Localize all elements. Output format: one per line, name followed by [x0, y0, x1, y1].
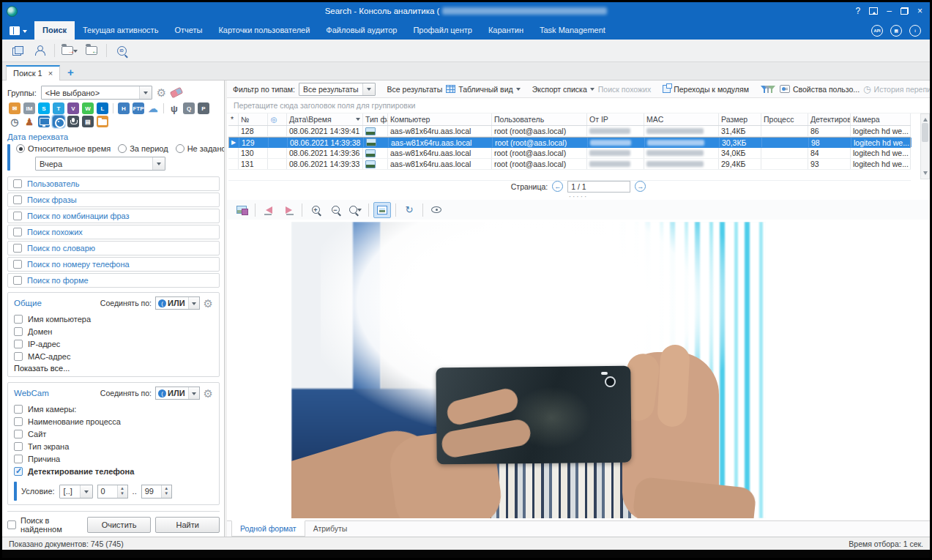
column-header-от-ip[interactable]: От IP [587, 113, 644, 125]
button-rotate-left-icon[interactable] [260, 202, 277, 218]
menu-tab-отчеты[interactable]: Отчеты [166, 21, 210, 40]
menu-tab-карточки-пользователей[interactable]: Карточки пользователей [210, 21, 318, 40]
chevron-down-icon[interactable] [80, 485, 92, 498]
info-icon[interactable]: i [909, 25, 921, 37]
close-tab-icon[interactable]: × [48, 69, 53, 78]
menu-tab-текущая-активность[interactable]: Текущая активность [75, 21, 166, 40]
checkbox-сайт[interactable] [14, 430, 23, 438]
clock-icon[interactable]: ◷ [9, 116, 20, 127]
stepper-arrows-icon[interactable]: ▲▼ [161, 485, 171, 498]
http-icon[interactable]: H [118, 102, 130, 114]
column-header-камера[interactable]: Камера [851, 113, 911, 125]
user-activity-icon[interactable]: ♟ [23, 116, 35, 127]
printer-icon[interactable]: P [198, 102, 209, 114]
preview-tab-родной-формат[interactable]: Родной формат [231, 520, 305, 537]
skype-icon[interactable]: S [38, 102, 50, 114]
monitor-icon[interactable] [38, 116, 50, 127]
prev-page-button[interactable]: ← [552, 181, 563, 192]
filter-box-поиск-по-форме[interactable]: Поиск по форме [7, 273, 220, 288]
column-header-tag[interactable]: ◎ [268, 113, 287, 125]
column-header-размер[interactable]: Размер [719, 113, 761, 125]
group-by-drop-zone[interactable]: Перетащите сюда заголовок поля для групп… [227, 98, 930, 113]
menu-tab-профайл-центр[interactable]: Профайл центр [405, 21, 480, 40]
checkbox-ip-адрес[interactable] [14, 340, 23, 348]
webcam-item-сайт[interactable]: Сайт [14, 428, 213, 440]
checkbox-поиск-фразы[interactable] [13, 195, 22, 204]
folder-activity-icon[interactable] [97, 116, 108, 127]
button-zoom-in-icon[interactable]: + [307, 202, 324, 218]
menu-tab-карантин[interactable]: Карантин [480, 21, 532, 40]
filter-by-type-select[interactable]: Все результаты [299, 83, 376, 96]
scroll-up-icon[interactable] [923, 116, 928, 122]
api-icon[interactable]: API [871, 25, 883, 37]
button-folder-export-icon[interactable] [60, 42, 79, 59]
chevron-down-icon[interactable] [188, 297, 199, 309]
page-number-input[interactable]: 1 / 1 [567, 181, 630, 193]
filter-box-пользователь[interactable]: Пользователь [7, 176, 220, 191]
condition-operator-select[interactable]: [..] [59, 485, 93, 499]
checkbox-имя-камеры[interactable] [14, 405, 23, 414]
common-item-mac-адрес[interactable]: MAC-адрес [14, 350, 213, 362]
common-settings-gear-icon[interactable]: ⚙ [204, 298, 213, 309]
viber-icon[interactable]: V [67, 102, 79, 114]
app-menu-button[interactable] [2, 26, 34, 40]
common-item-имя-компьютера[interactable]: Имя компьютера [14, 313, 213, 325]
radio-не-задано[interactable] [176, 144, 184, 153]
button-view-mode-icon[interactable] [428, 202, 445, 218]
join-by-select[interactable]: ( ИЛИ [155, 296, 200, 310]
button-zoom-menu-icon[interactable] [346, 202, 364, 218]
checkbox-домен[interactable] [14, 327, 23, 336]
help-button[interactable]: ? [856, 7, 861, 15]
filter-box-поиск-по-номеру-телефона[interactable]: Поиск по номеру телефона [7, 257, 220, 272]
preview-tab-атрибуты[interactable]: Атрибуты [305, 521, 356, 537]
button-zoom-out-icon[interactable]: − [327, 202, 344, 218]
table-scrollbar[interactable] [920, 113, 930, 179]
lync-icon[interactable]: L [97, 102, 108, 114]
webcam-item-причина[interactable]: Причина [14, 452, 213, 465]
webcam-settings-gear-icon[interactable]: ⚙ [204, 388, 213, 399]
column-header-дата-время[interactable]: Дата\Время [287, 113, 363, 125]
checkbox-поиск-похожих[interactable] [13, 228, 22, 236]
user-properties-button[interactable]: Свойства пользо... [780, 85, 860, 94]
chevron-down-icon[interactable] [188, 387, 199, 399]
column-header-компьютер[interactable]: Компьютер [388, 113, 492, 125]
show-all-link[interactable]: Показать все... [14, 364, 213, 373]
menu-tab-task-management[interactable]: Task Management [532, 21, 614, 40]
horizontal-splitter-handle[interactable] [227, 193, 930, 200]
clear-groups-eraser-icon[interactable] [170, 87, 183, 98]
webcam-item-тип-экрана[interactable]: Тип экрана [14, 440, 213, 452]
im-icon[interactable]: IM [23, 102, 35, 114]
common-item-ip-адрес[interactable]: IP-адрес [14, 337, 213, 350]
table-row[interactable]: 13108.06.2021 14:39:33aas-w81x64ru.aas.l… [228, 159, 911, 170]
search-tab[interactable]: Поиск 1 × [6, 65, 60, 81]
cloud-icon[interactable]: ☁ [147, 102, 159, 114]
chevron-down-icon[interactable] [152, 157, 165, 170]
column-header-пользователь[interactable]: Пользователь [492, 113, 587, 125]
find-button[interactable]: Найти [155, 517, 220, 533]
webcam-item-детектирование-телефона[interactable]: Детектирование телефона [14, 465, 213, 477]
webcam-item-наименование-процесса[interactable]: Наименование процесса [14, 415, 213, 428]
pin-window-button[interactable] [869, 7, 878, 15]
button-save-image-icon[interactable] [233, 202, 250, 218]
common-item-домен[interactable]: Домен [14, 325, 213, 337]
filter-box-поиск-похожих[interactable]: Поиск похожих [7, 225, 220, 239]
column-header-[interactable]: * [228, 113, 239, 125]
checkbox-поиск-по-словарю[interactable] [13, 244, 22, 253]
close-button[interactable]: × [917, 7, 922, 15]
table-row[interactable]: ▶12908.06.2021 14:39:38aas-w81x64ru.aas.… [228, 137, 911, 148]
whatsapp-icon[interactable]: W [82, 102, 94, 114]
radio-за-период[interactable] [118, 144, 127, 153]
groups-select[interactable]: <Не выбрано> [41, 86, 152, 100]
microphone-icon[interactable] [67, 116, 79, 127]
minimize-button[interactable]: – [887, 7, 892, 15]
table-view-button[interactable]: Табличный вид [446, 85, 520, 94]
button-id-search-icon[interactable]: ID [112, 42, 131, 59]
export-list-button[interactable]: Экспорт списка [532, 85, 594, 94]
button-slideshow-icon[interactable]: ↻ [400, 202, 418, 218]
webcam-item-имя-камеры[interactable]: Имя камеры: [14, 403, 213, 415]
checkbox-пользователь[interactable] [13, 179, 22, 188]
button-new-window-icon[interactable] [8, 42, 27, 59]
button-rotate-right-icon[interactable] [280, 202, 297, 218]
restore-button[interactable] [901, 7, 909, 15]
checkbox-mac-адрес[interactable] [14, 352, 23, 361]
